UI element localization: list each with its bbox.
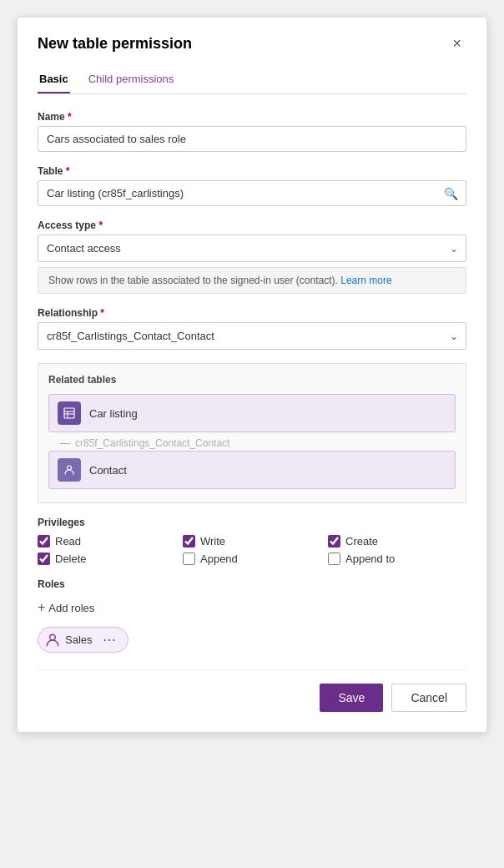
table-input[interactable] — [38, 180, 466, 206]
car-listing-name: Car listing — [89, 407, 138, 420]
modal-title: New table permission — [38, 35, 192, 53]
related-table-relationship-name: cr85f_Carlistings_Contact_Contact — [75, 437, 229, 449]
name-group: Name * — [38, 111, 466, 152]
related-table-contact: Contact — [48, 451, 456, 489]
svg-rect-0 — [64, 408, 74, 418]
privileges-label: Privileges — [38, 517, 466, 528]
roles-label: Roles — [38, 578, 466, 590]
role-tag-sales: Sales ⋯ — [38, 627, 129, 653]
svg-point-5 — [50, 634, 56, 640]
append-checkbox[interactable] — [183, 553, 195, 565]
plus-icon: + — [38, 600, 45, 615]
name-required: * — [68, 111, 72, 123]
footer-actions: Save Cancel — [38, 669, 466, 712]
roles-list: Sales ⋯ — [38, 627, 466, 653]
learn-more-link[interactable]: Learn more — [340, 275, 391, 286]
delete-checkbox[interactable] — [38, 553, 50, 565]
sales-role-label: Sales — [65, 633, 93, 646]
contact-name: Contact — [89, 464, 127, 477]
new-table-permission-modal: New table permission × Basic Child permi… — [17, 17, 487, 733]
table-group: Table * 🔍 — [38, 165, 466, 206]
relationship-select[interactable]: cr85f_Carlistings_Contact_Contact — [38, 322, 466, 350]
table-required: * — [66, 165, 70, 177]
tab-child-permissions[interactable]: Child permissions — [87, 66, 176, 93]
connector-1: cr85f_Carlistings_Contact_Contact — [48, 436, 456, 451]
relationship-group: Relationship * cr85f_Carlistings_Contact… — [38, 307, 466, 350]
tab-basic[interactable]: Basic — [38, 66, 70, 93]
related-tables-label: Related tables — [48, 374, 456, 386]
privilege-delete[interactable]: Delete — [38, 553, 176, 565]
privilege-append[interactable]: Append — [183, 553, 321, 565]
access-type-select-wrapper: Contact access ⌄ — [38, 235, 466, 262]
tab-bar: Basic Child permissions — [38, 66, 466, 94]
name-label: Name * — [38, 111, 466, 123]
cancel-button[interactable]: Cancel — [391, 684, 466, 712]
read-checkbox[interactable] — [38, 535, 50, 548]
role-menu-button[interactable]: ⋯ — [101, 632, 118, 648]
table-icon-car-listing — [58, 401, 81, 425]
svg-point-4 — [68, 466, 72, 470]
append-to-checkbox[interactable] — [328, 553, 340, 565]
search-icon: 🔍 — [444, 187, 458, 200]
privilege-write[interactable]: Write — [183, 535, 321, 548]
relationship-label: Relationship * — [38, 307, 466, 319]
privilege-create[interactable]: Create — [328, 535, 466, 548]
name-input[interactable] — [38, 126, 466, 152]
access-type-select[interactable]: Contact access — [38, 235, 466, 262]
sales-role-icon — [45, 633, 60, 648]
close-button[interactable]: × — [447, 34, 466, 53]
privilege-read[interactable]: Read — [38, 535, 176, 548]
create-checkbox[interactable] — [328, 535, 340, 548]
person-icon-contact — [58, 458, 81, 482]
related-tables-box: Related tables Car listing cr85f_Carlist… — [38, 363, 466, 503]
access-type-group: Access type * Contact access ⌄ Show rows… — [38, 220, 466, 294]
privilege-append-to[interactable]: Append to — [328, 553, 466, 565]
privileges-grid: Read Write Create Delete Append Append t… — [38, 535, 466, 565]
access-type-required: * — [98, 220, 103, 231]
add-roles-button[interactable]: + Add roles — [38, 597, 94, 618]
write-checkbox[interactable] — [183, 535, 195, 548]
save-button[interactable]: Save — [320, 684, 383, 712]
access-type-info: Show rows in the table associated to the… — [38, 267, 466, 294]
table-label: Table * — [38, 165, 466, 177]
relationship-required: * — [100, 307, 104, 319]
roles-section: Roles + Add roles Sales ⋯ — [38, 578, 466, 653]
privileges-section: Privileges Read Write Create Delete Appe… — [38, 517, 466, 565]
relationship-select-wrapper: cr85f_Carlistings_Contact_Contact ⌄ — [38, 322, 466, 350]
related-table-car-listing: Car listing — [48, 394, 456, 432]
table-input-wrapper: 🔍 — [38, 180, 466, 206]
access-type-label: Access type * — [38, 220, 466, 231]
modal-header: New table permission × — [38, 34, 466, 53]
